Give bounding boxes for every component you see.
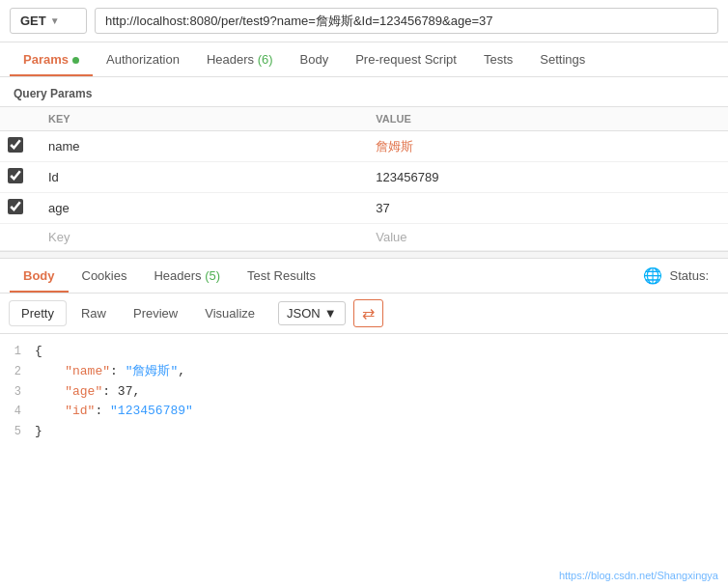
resp-tab-headers-label: Headers (5) — [154, 268, 220, 283]
format-chevron-icon: ▼ — [324, 306, 337, 321]
code-content-3: "age": 37, — [35, 382, 728, 403]
code-area: 1 { 2 "name": "詹姆斯", 3 "age": 37, 4 "id"… — [0, 334, 728, 450]
wrap-icon: ⇄ — [362, 304, 375, 322]
method-label: GET — [20, 14, 46, 28]
table-row: name 詹姆斯 — [0, 131, 728, 162]
tab-prerequest[interactable]: Pre-request Script — [342, 42, 470, 76]
tab-headers-label: Headers (6) — [207, 52, 273, 67]
code-content-2: "name": "詹姆斯", — [35, 362, 728, 382]
row3-value[interactable]: 37 — [362, 193, 728, 224]
th-key: KEY — [35, 107, 362, 131]
placeholder-value[interactable]: Value — [362, 224, 728, 251]
view-raw-btn[interactable]: Raw — [70, 301, 118, 325]
response-tabs: Body Cookies Headers (5) Test Results 🌐 … — [0, 259, 728, 294]
tab-authorization[interactable]: Authorization — [93, 42, 193, 76]
tab-params[interactable]: Params — [10, 42, 93, 76]
section-divider — [0, 251, 728, 259]
tab-body[interactable]: Body — [287, 42, 343, 76]
tab-body-label: Body — [300, 52, 329, 67]
resp-tab-headers[interactable]: Headers (5) — [140, 259, 234, 293]
code-line-3: 3 "age": 37, — [0, 382, 728, 403]
code-line-4: 4 "id": "123456789" — [0, 402, 728, 422]
method-select[interactable]: GET ▼ — [10, 8, 87, 34]
tab-settings[interactable]: Settings — [526, 42, 599, 76]
format-label: JSON — [287, 306, 321, 321]
placeholder-checkbox-cell — [0, 224, 35, 251]
request-tabs: Params Authorization Headers (6) Body Pr… — [0, 42, 728, 77]
tab-authorization-label: Authorization — [106, 52, 180, 67]
response-right: 🌐 Status: — [643, 266, 718, 285]
tab-params-label: Params — [23, 52, 69, 67]
tab-headers[interactable]: Headers (6) — [193, 42, 287, 76]
placeholder-row: Key Value — [0, 224, 728, 251]
th-checkbox — [0, 107, 35, 131]
row2-value[interactable]: 123456789 — [362, 162, 728, 193]
row3-checkbox-cell — [0, 193, 35, 224]
line-num-3: 3 — [0, 383, 35, 402]
tab-tests[interactable]: Tests — [470, 42, 526, 76]
method-chevron-icon: ▼ — [50, 15, 60, 26]
url-input[interactable] — [95, 8, 718, 34]
resp-tab-body-label: Body — [23, 268, 55, 283]
view-preview-btn[interactable]: Preview — [122, 301, 189, 325]
query-params-section-title: Query Params — [0, 77, 728, 107]
table-row: age 37 — [0, 193, 728, 224]
watermark: https://blog.csdn.net/Shangxingya — [559, 570, 718, 581]
params-table: KEY VALUE name 詹姆斯 Id 123456789 age 37 — [0, 107, 728, 251]
placeholder-key[interactable]: Key — [35, 224, 362, 251]
table-row: Id 123456789 — [0, 162, 728, 193]
view-visualize-btn[interactable]: Visualize — [193, 301, 266, 325]
wrap-button[interactable]: ⇄ — [353, 299, 383, 327]
code-line-2: 2 "name": "詹姆斯", — [0, 362, 728, 382]
row1-checkbox-cell — [0, 131, 35, 162]
line-num-1: 1 — [0, 343, 35, 361]
row3-checkbox[interactable] — [8, 199, 23, 214]
tab-tests-label: Tests — [484, 52, 513, 67]
row3-key[interactable]: age — [35, 193, 362, 224]
th-value: VALUE — [362, 107, 728, 131]
params-dot — [72, 57, 79, 64]
tab-settings-label: Settings — [540, 52, 585, 67]
top-bar: GET ▼ — [0, 0, 728, 42]
line-num-4: 4 — [0, 403, 35, 421]
resp-tab-cookies-label: Cookies — [82, 268, 127, 283]
resp-tab-testresults-label: Test Results — [247, 268, 316, 283]
code-content-5: } — [35, 422, 728, 442]
line-num-2: 2 — [0, 363, 35, 381]
format-select[interactable]: JSON ▼ — [278, 301, 346, 325]
code-line-5: 5 } — [0, 422, 728, 442]
code-content-1: { — [35, 342, 728, 362]
code-content-4: "id": "123456789" — [35, 402, 728, 422]
row1-value[interactable]: 詹姆斯 — [362, 131, 728, 162]
globe-icon: 🌐 — [643, 266, 662, 285]
row1-checkbox[interactable] — [8, 137, 23, 153]
code-line-1: 1 { — [0, 342, 728, 362]
row1-key[interactable]: name — [35, 131, 362, 162]
row2-checkbox[interactable] — [8, 168, 23, 183]
line-num-5: 5 — [0, 423, 35, 441]
tab-prerequest-label: Pre-request Script — [355, 52, 457, 67]
view-pretty-btn[interactable]: Pretty — [10, 301, 66, 325]
resp-tab-testresults[interactable]: Test Results — [234, 259, 329, 293]
resp-tab-cookies[interactable]: Cookies — [69, 259, 141, 293]
response-toolbar: Pretty Raw Preview Visualize JSON ▼ ⇄ — [0, 294, 728, 334]
status-label: Status: — [670, 268, 709, 283]
table-header-row: KEY VALUE — [0, 107, 728, 131]
row2-key[interactable]: Id — [35, 162, 362, 193]
row2-checkbox-cell — [0, 162, 35, 193]
resp-tab-body[interactable]: Body — [10, 259, 69, 293]
